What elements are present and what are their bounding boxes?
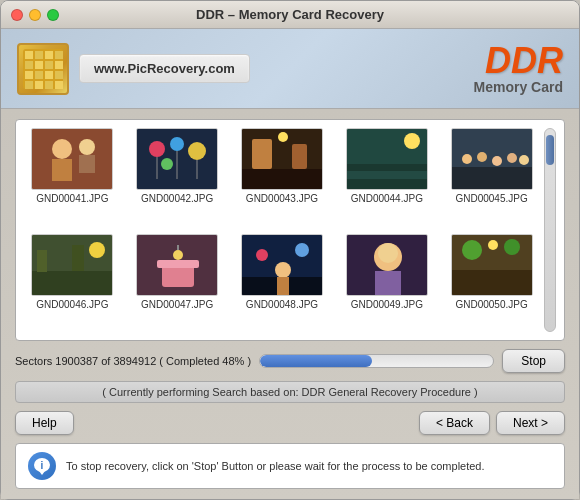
info-icon: i — [28, 452, 56, 480]
svg-rect-49 — [72, 245, 84, 271]
back-button[interactable]: < Back — [419, 411, 490, 435]
svg-text:i: i — [41, 460, 44, 471]
progress-bar-container — [259, 354, 494, 368]
svg-rect-15 — [45, 81, 53, 89]
logo-area: www.PicRecovery.com — [17, 43, 250, 95]
photo-thumbnail — [451, 128, 533, 190]
svg-rect-5 — [35, 61, 43, 69]
svg-point-18 — [52, 139, 72, 159]
svg-rect-8 — [35, 71, 43, 79]
progress-label: Sectors 1900387 of 3894912 ( Completed 4… — [15, 355, 251, 367]
brand-name: DDR — [474, 43, 563, 79]
svg-point-20 — [79, 139, 95, 155]
photo-item[interactable]: GND00043.JPG — [234, 128, 331, 226]
svg-rect-4 — [25, 61, 33, 69]
photo-item[interactable]: GND00041.JPG — [24, 128, 121, 226]
svg-rect-12 — [55, 71, 63, 79]
info-message: To stop recovery, click on 'Stop' Button… — [66, 460, 485, 472]
svg-rect-40 — [452, 167, 533, 190]
photo-thumbnail — [31, 128, 113, 190]
photo-label: GND00045.JPG — [455, 193, 527, 204]
photo-label: GND00050.JPG — [455, 299, 527, 310]
svg-point-44 — [507, 153, 517, 163]
photo-label: GND00044.JPG — [351, 193, 423, 204]
svg-rect-3 — [45, 51, 53, 59]
next-button[interactable]: Next > — [496, 411, 565, 435]
minimize-button[interactable] — [29, 9, 41, 21]
photo-item[interactable]: GND00044.JPG — [338, 128, 435, 226]
svg-rect-67 — [452, 270, 533, 296]
close-button[interactable] — [11, 9, 23, 21]
ddr-branding: DDR Memory Card — [474, 43, 563, 95]
svg-rect-33 — [292, 144, 307, 169]
photo-thumbnail — [241, 128, 323, 190]
svg-rect-21 — [79, 155, 95, 173]
help-button[interactable]: Help — [15, 411, 74, 435]
photo-thumbnail — [31, 234, 113, 296]
nav-right-buttons: < Back Next > — [419, 411, 565, 435]
progress-bar-fill — [260, 355, 372, 367]
svg-point-23 — [149, 141, 165, 157]
photo-item[interactable]: GND00050.JPG — [443, 234, 540, 332]
photo-thumbnail — [346, 234, 428, 296]
svg-point-25 — [188, 142, 206, 160]
progress-area: Sectors 1900387 of 3894912 ( Completed 4… — [15, 349, 565, 373]
svg-point-60 — [275, 262, 291, 278]
photo-grid-container: GND00041.JPGGND00042.JPGGND00043.JPGGND0… — [15, 119, 565, 341]
svg-point-43 — [492, 156, 502, 166]
main-window: DDR – Memory Card Recovery — [0, 0, 580, 500]
traffic-lights — [11, 9, 59, 21]
svg-point-45 — [519, 155, 529, 165]
svg-point-24 — [170, 137, 184, 151]
photo-item[interactable]: GND00045.JPG — [443, 128, 540, 226]
speech-bubble-icon: i — [33, 457, 51, 475]
svg-point-34 — [278, 132, 288, 142]
logo-svg — [21, 47, 65, 91]
photo-item[interactable]: GND00048.JPG — [234, 234, 331, 332]
svg-rect-32 — [252, 139, 272, 169]
scrollbar[interactable] — [544, 128, 556, 332]
title-bar: DDR – Memory Card Recovery — [1, 1, 579, 29]
photo-thumbnail — [136, 234, 218, 296]
svg-marker-73 — [39, 471, 45, 475]
svg-rect-38 — [347, 171, 428, 179]
svg-rect-53 — [157, 260, 199, 268]
photo-label: GND00049.JPG — [351, 299, 423, 310]
photo-item[interactable]: GND00047.JPG — [129, 234, 226, 332]
svg-rect-14 — [35, 81, 43, 89]
zoom-button[interactable] — [47, 9, 59, 21]
bottom-nav: Help < Back Next > — [15, 411, 565, 435]
scrollbar-thumb[interactable] — [546, 135, 554, 165]
photo-grid: GND00041.JPGGND00042.JPGGND00043.JPGGND0… — [24, 128, 540, 332]
svg-rect-48 — [37, 250, 47, 272]
svg-rect-64 — [375, 271, 401, 296]
svg-rect-31 — [242, 169, 323, 190]
svg-rect-19 — [52, 159, 72, 181]
photo-item[interactable]: GND00049.JPG — [338, 234, 435, 332]
main-content: GND00041.JPGGND00042.JPGGND00043.JPGGND0… — [1, 109, 579, 499]
url-badge: www.PicRecovery.com — [79, 54, 250, 83]
svg-point-69 — [504, 239, 520, 255]
photo-item[interactable]: GND00046.JPG — [24, 234, 121, 332]
photo-label: GND00043.JPG — [246, 193, 318, 204]
photo-label: GND00041.JPG — [36, 193, 108, 204]
svg-rect-2 — [35, 51, 43, 59]
svg-rect-9 — [45, 71, 53, 79]
app-logo-icon — [17, 43, 69, 95]
svg-rect-7 — [25, 71, 33, 79]
svg-rect-61 — [277, 277, 289, 296]
svg-rect-13 — [25, 81, 33, 89]
photo-label: GND00048.JPG — [246, 299, 318, 310]
svg-rect-11 — [55, 61, 63, 69]
photo-label: GND00046.JPG — [36, 299, 108, 310]
info-box: i To stop recovery, click on 'Stop' Butt… — [15, 443, 565, 489]
app-header: www.PicRecovery.com DDR Memory Card — [1, 29, 579, 109]
photo-thumbnail — [136, 128, 218, 190]
svg-point-26 — [161, 158, 173, 170]
stop-button[interactable]: Stop — [502, 349, 565, 373]
photo-item[interactable]: GND00042.JPG — [129, 128, 226, 226]
svg-rect-6 — [45, 61, 53, 69]
svg-rect-52 — [162, 265, 194, 287]
svg-point-37 — [404, 133, 420, 149]
svg-point-57 — [256, 249, 268, 261]
